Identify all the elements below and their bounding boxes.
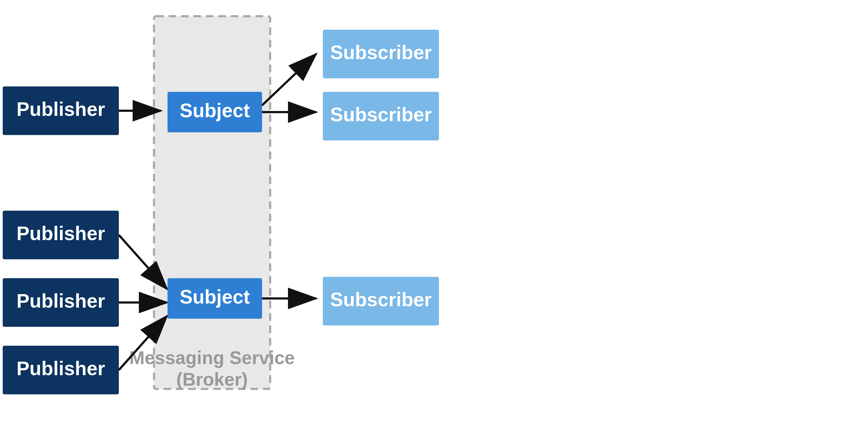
broker-label: Messaging Service: [129, 347, 295, 368]
subscriber-3-label: Subscriber: [330, 289, 432, 310]
diagram-container: Messaging Service (Broker) Publisher Sub…: [0, 0, 868, 437]
publisher-1-label: Publisher: [17, 98, 105, 120]
subscriber-1-label: Subscriber: [330, 41, 432, 63]
broker-label-2: (Broker): [177, 369, 248, 389]
broker-background: [154, 16, 270, 389]
publisher-3-label: Publisher: [17, 290, 105, 312]
subscriber-2-label: Subscriber: [330, 104, 432, 125]
subject-2-label: Subject: [180, 286, 250, 308]
publisher-4-label: Publisher: [17, 357, 105, 379]
subject-1-label: Subject: [180, 100, 250, 121]
publisher-2-label: Publisher: [17, 223, 105, 244]
